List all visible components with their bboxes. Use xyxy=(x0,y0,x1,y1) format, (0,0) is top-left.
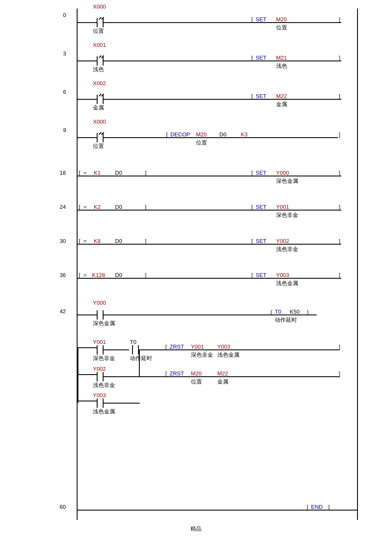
hline-6b xyxy=(104,99,341,100)
bracket-close-3: ] xyxy=(339,55,340,61)
instr-d0-30: D0 xyxy=(115,238,122,244)
vline-branch2 xyxy=(139,349,140,376)
instr-m21sub: 浅色 xyxy=(276,62,287,70)
bracket-close-set-36: ] xyxy=(339,272,340,278)
instr-d0-24: D0 xyxy=(115,204,122,210)
contact-label-x001: X001 xyxy=(93,42,106,48)
zrst1-op2sub: 浅色金属 xyxy=(217,351,239,359)
contact-sublabel-x001: 浅色 xyxy=(93,66,104,73)
linenum-0: 0 xyxy=(63,12,66,18)
bracket-close-24a: ] xyxy=(145,204,147,210)
instr-timer-t0: T0 xyxy=(275,309,281,315)
hline-y001a xyxy=(104,349,129,350)
t0-sublabel: 动作延时 xyxy=(130,355,152,362)
hline-0b xyxy=(104,22,341,23)
zrst2-op1: M20 xyxy=(191,370,202,377)
hline-36b xyxy=(151,278,341,279)
zrst1-op1sub: 深色非金 xyxy=(191,351,213,359)
instr-decop-d0: D0 xyxy=(219,131,227,138)
instr-y001sub: 深色非金 xyxy=(276,211,298,219)
instr-set-6: SET xyxy=(256,93,266,99)
bracket-close-6: ] xyxy=(339,93,340,99)
instr-y003: Y003 xyxy=(276,272,289,278)
hline-zrst1 xyxy=(166,349,340,350)
bracket-close-18a: ] xyxy=(145,170,147,176)
zrst2-open: [ xyxy=(165,370,167,377)
linenum-60: 60 xyxy=(60,504,66,510)
instr-m22sub: 金属 xyxy=(276,101,287,108)
linenum-18: 18 xyxy=(60,170,66,176)
h-complex-1 xyxy=(78,347,97,348)
hline-9b xyxy=(104,137,167,138)
zrst2-op1sub: 位置 xyxy=(191,378,202,386)
h-y003-start xyxy=(78,401,97,401)
linenum-9: 9 xyxy=(63,127,66,133)
contact-label-x000-9: X000 xyxy=(93,118,106,125)
t0-contact-label: T0 xyxy=(130,339,136,345)
hline-42a xyxy=(78,315,97,315)
instr-k2: K2 xyxy=(94,204,101,210)
contact-sublabel-x002: 金属 xyxy=(93,104,104,112)
y002-sublabel: 浅色非金 xyxy=(93,381,115,389)
hline-18b xyxy=(151,176,341,176)
instr-m20sub-0: 位置 xyxy=(276,24,287,32)
hline-3a xyxy=(78,61,97,61)
bracket-open-set-24: [ xyxy=(251,204,253,210)
bracket-open-18: [ xyxy=(79,170,81,176)
hline-24b xyxy=(151,210,341,211)
bracket-close-9: ] xyxy=(339,131,340,138)
contact-symbol-0 xyxy=(97,18,104,27)
hline-9c xyxy=(167,137,338,138)
left-rail xyxy=(77,9,78,520)
zrst1-instr: ZRST xyxy=(170,343,184,350)
hline-60 xyxy=(78,510,315,511)
hline-42b xyxy=(104,315,317,315)
instr-y002sub: 浅色非金 xyxy=(276,245,298,253)
instr-timer-sub: 动作延时 xyxy=(275,316,297,324)
hline-t0b xyxy=(139,349,166,350)
y003-label: Y003 xyxy=(93,392,106,398)
contact-y001 xyxy=(97,345,104,355)
contact-symbol-42 xyxy=(97,310,104,320)
contact-symbol-6 xyxy=(97,95,104,104)
instr-y003sub: 浅色金属 xyxy=(276,280,298,287)
bracket-open-set-18: [ xyxy=(251,170,253,176)
y003-sublabel: 浅色金属 xyxy=(93,408,115,416)
instr-eq-36: = xyxy=(84,272,87,278)
hline-y003a xyxy=(104,403,140,404)
footer-text: 精品 xyxy=(0,525,392,533)
right-rail xyxy=(357,9,358,520)
instr-y000: Y000 xyxy=(276,170,289,176)
ladder-diagram: 0 X000 位置 [ SET M20 ] 位置 3 X001 浅色 [ SET… xyxy=(0,0,392,537)
zrst2-op2: M22 xyxy=(217,370,228,377)
linenum-30: 30 xyxy=(60,238,66,244)
instr-eq-24: = xyxy=(84,204,87,210)
instr-set-18: SET xyxy=(256,170,266,176)
instr-m20-0: M20 xyxy=(276,16,287,23)
bracket-close-set-18: ] xyxy=(339,170,340,176)
instr-decop-m20sub: 位置 xyxy=(196,139,207,147)
zrst2-op2sub: 金属 xyxy=(217,378,228,386)
contact-y002 xyxy=(97,372,104,381)
instr-eq-18: = xyxy=(84,170,87,176)
contact-sublabel-y000: 深色金属 xyxy=(93,320,115,327)
bracket-open-30: [ xyxy=(79,238,81,244)
hline-30b xyxy=(151,244,341,245)
linenum-36: 36 xyxy=(60,272,66,278)
hline-60b xyxy=(314,510,357,511)
bracket-open-36: [ xyxy=(79,272,81,278)
linenum-3: 3 xyxy=(63,50,66,57)
bracket-close-set-30: ] xyxy=(339,238,340,244)
instr-y000sub: 深色金属 xyxy=(276,177,298,185)
hline-9a xyxy=(78,137,97,138)
bracket-close-set-24: ] xyxy=(339,204,340,210)
bracket-open-0: [ xyxy=(251,16,253,23)
linenum-24: 24 xyxy=(60,204,66,210)
hline-zrst2 xyxy=(166,376,340,377)
hline-branch2 xyxy=(139,376,166,377)
zrst1-op2: Y003 xyxy=(217,343,230,350)
bracket-close-36a: ] xyxy=(145,272,147,278)
y002-label: Y002 xyxy=(93,366,106,372)
hline-y002a xyxy=(104,376,140,377)
contact-label-y000: Y000 xyxy=(93,300,106,306)
